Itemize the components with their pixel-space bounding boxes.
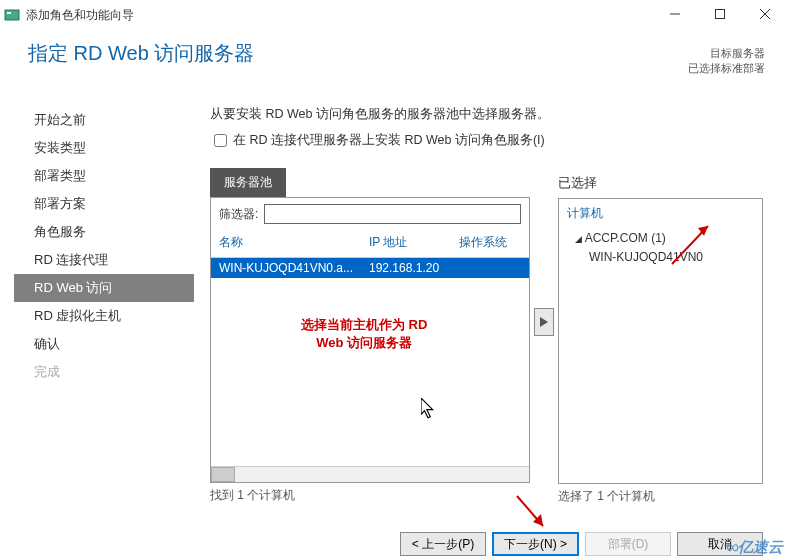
footer: < 上一步(P) 下一步(N) > 部署(D) 取消 bbox=[0, 532, 767, 556]
pool-tab[interactable]: 服务器池 bbox=[210, 168, 286, 197]
minimize-button[interactable] bbox=[652, 0, 697, 28]
transfer-column bbox=[530, 168, 558, 336]
content: 从要安装 RD Web 访问角色服务的服务器池中选择服务器。 在 RD 连接代理… bbox=[194, 106, 767, 510]
scroll-thumb[interactable] bbox=[211, 467, 235, 482]
status-label: 目标服务器 bbox=[688, 46, 765, 61]
tree-node[interactable]: ◢ ACCP.COM (1) bbox=[565, 228, 756, 248]
instruction-text: 从要安装 RD Web 访问角色服务的服务器池中选择服务器。 bbox=[210, 106, 767, 123]
sidebar-item-8[interactable]: 确认 bbox=[14, 330, 194, 358]
filter-input[interactable] bbox=[264, 204, 521, 224]
sidebar-item-1[interactable]: 安装类型 bbox=[14, 134, 194, 162]
grid-body[interactable]: WIN-KUJOQD41VN0.a... 192.168.1.20 选择当前主机… bbox=[211, 258, 529, 466]
sidebar-item-4[interactable]: 角色服务 bbox=[14, 218, 194, 246]
cursor-icon bbox=[421, 398, 435, 418]
prev-button[interactable]: < 上一步(P) bbox=[400, 532, 486, 556]
sidebar-item-6[interactable]: RD Web 访问 bbox=[14, 274, 194, 302]
install-on-broker-checkbox[interactable] bbox=[214, 134, 227, 147]
cell-os bbox=[459, 261, 521, 275]
header: 指定 RD Web 访问服务器 目标服务器 已选择标准部署 bbox=[0, 30, 787, 100]
status-value: 已选择标准部署 bbox=[688, 61, 765, 76]
main: 开始之前安装类型部署类型部署方案角色服务RD 连接代理RD Web 访问RD 虚… bbox=[0, 100, 787, 510]
sidebar-item-5[interactable]: RD 连接代理 bbox=[14, 246, 194, 274]
tree-child[interactable]: WIN-KUJOQD41VN0 bbox=[565, 248, 756, 266]
filter-label: 筛选器: bbox=[219, 206, 258, 223]
selected-header: 计算机 bbox=[565, 203, 756, 228]
col-ip[interactable]: IP 地址 bbox=[369, 234, 459, 251]
pool-body: 筛选器: 名称 IP 地址 操作系统 WIN-KUJOQD41VN0.a... … bbox=[210, 197, 530, 483]
sidebar-item-7[interactable]: RD 虚拟化主机 bbox=[14, 302, 194, 330]
window-title: 添加角色和功能向导 bbox=[26, 7, 134, 24]
grid-header: 名称 IP 地址 操作系统 bbox=[211, 230, 529, 258]
selected-panel: 已选择 计算机 ◢ ACCP.COM (1) WIN-KUJOQD41VN0 选… bbox=[558, 168, 763, 505]
app-icon bbox=[4, 7, 20, 23]
maximize-button[interactable] bbox=[697, 0, 742, 28]
tree-node-label: ACCP.COM (1) bbox=[585, 231, 666, 245]
svg-rect-1 bbox=[7, 12, 11, 14]
window-controls bbox=[652, 0, 787, 28]
annotation-text: 选择当前主机作为 RD Web 访问服务器 bbox=[301, 316, 427, 352]
watermark-icon: ∞ bbox=[726, 537, 735, 558]
cell-ip: 192.168.1.20 bbox=[369, 261, 459, 275]
sidebar-item-9: 完成 bbox=[14, 358, 194, 386]
horizontal-scrollbar[interactable] bbox=[211, 466, 529, 482]
sidebar-item-0[interactable]: 开始之前 bbox=[14, 106, 194, 134]
sidebar-item-2[interactable]: 部署类型 bbox=[14, 162, 194, 190]
server-pool-panel: 服务器池 筛选器: 名称 IP 地址 操作系统 WIN-KUJOQD41VN0.… bbox=[210, 168, 530, 504]
sidebar: 开始之前安装类型部署类型部署方案角色服务RD 连接代理RD Web 访问RD 虚… bbox=[14, 106, 194, 510]
add-arrow-button[interactable] bbox=[534, 308, 554, 336]
selected-body: 计算机 ◢ ACCP.COM (1) WIN-KUJOQD41VN0 bbox=[558, 198, 763, 484]
close-button[interactable] bbox=[742, 0, 787, 28]
watermark: ∞ 亿速云 bbox=[726, 537, 783, 558]
col-os[interactable]: 操作系统 bbox=[459, 234, 521, 251]
svg-rect-0 bbox=[5, 10, 19, 20]
checkbox-label: 在 RD 连接代理服务器上安装 RD Web 访问角色服务(I) bbox=[233, 132, 545, 149]
sidebar-item-3[interactable]: 部署方案 bbox=[14, 190, 194, 218]
col-name[interactable]: 名称 bbox=[219, 234, 369, 251]
target-status: 目标服务器 已选择标准部署 bbox=[688, 46, 765, 77]
page-title: 指定 RD Web 访问服务器 bbox=[28, 40, 767, 67]
watermark-text: 亿速云 bbox=[738, 538, 783, 557]
pool-footer: 找到 1 个计算机 bbox=[210, 487, 530, 504]
deploy-button: 部署(D) bbox=[585, 532, 671, 556]
filter-row: 筛选器: bbox=[211, 198, 529, 230]
svg-rect-3 bbox=[715, 10, 724, 19]
selected-footer: 选择了 1 个计算机 bbox=[558, 488, 763, 505]
table-row[interactable]: WIN-KUJOQD41VN0.a... 192.168.1.20 bbox=[211, 258, 529, 278]
expand-icon[interactable]: ◢ bbox=[575, 234, 582, 244]
checkbox-row: 在 RD 连接代理服务器上安装 RD Web 访问角色服务(I) bbox=[210, 131, 767, 150]
selected-title: 已选择 bbox=[558, 168, 763, 198]
cell-name: WIN-KUJOQD41VN0.a... bbox=[219, 261, 369, 275]
next-button[interactable]: 下一步(N) > bbox=[492, 532, 579, 556]
